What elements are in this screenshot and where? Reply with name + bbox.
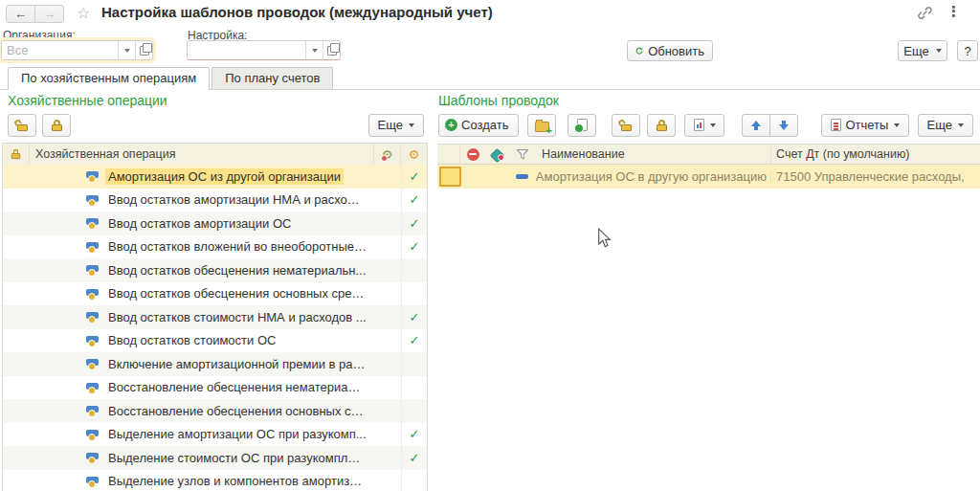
form-more-button[interactable]: Еще	[898, 40, 947, 61]
setting-value[interactable]	[188, 41, 305, 59]
operation-icon	[85, 289, 99, 299]
move-up-button[interactable]	[742, 114, 770, 137]
reports-label: Отчеты	[845, 118, 888, 132]
operation-row[interactable]: Выделение узлов и компонентов амортизаци…	[3, 470, 427, 491]
create-button[interactable]: + Создать	[438, 114, 519, 137]
refresh-button[interactable]: Обновить	[627, 40, 713, 61]
operations-title: Хозяйственные операции	[8, 93, 167, 108]
check-icon: ✓	[401, 165, 427, 189]
inactive-column-header[interactable]	[460, 145, 485, 164]
operation-row[interactable]: Ввод остатков стоимости НМА и расходов .…	[3, 305, 427, 329]
operations-table-header: Хозяйственная операция	[3, 144, 427, 166]
template-row[interactable]: Амортизация ОС в другую организацию 7150…	[437, 165, 980, 189]
lock-button[interactable]	[42, 114, 71, 137]
operation-row[interactable]: Включение амортизационной премии в рас..…	[3, 352, 427, 376]
gear-icon	[409, 148, 420, 161]
gears-settings-icon	[382, 148, 393, 161]
templates-table: Наименование Счет Дт (по умолчанию) Амор…	[437, 144, 980, 491]
setting-choose-button[interactable]	[323, 41, 340, 59]
setting-dropdown-button[interactable]	[305, 41, 323, 59]
unlock-icon	[620, 120, 633, 131]
create-group-button[interactable]	[527, 114, 556, 137]
report-icon	[831, 119, 841, 131]
operation-row[interactable]: Ввод остатков стоимости ОС ✓	[3, 329, 427, 353]
unlock-button[interactable]	[612, 114, 640, 137]
move-down-button[interactable]	[769, 114, 798, 137]
operation-label: Выделение узлов и компонентов амортизаци…	[105, 473, 369, 489]
chevron-down-icon	[894, 123, 900, 127]
templates-title: Шаблоны проводок	[438, 93, 559, 108]
operation-row[interactable]: Выделение амортизации ОС при разукомп...…	[3, 423, 427, 447]
check-icon: ✓	[401, 446, 427, 470]
lock-column-header[interactable]	[3, 144, 30, 165]
chevron-down-icon	[124, 49, 130, 53]
templates-more-button[interactable]: Еще	[918, 114, 973, 137]
tab-by-chart-of-accounts[interactable]: По плану счетов	[212, 67, 333, 89]
operation-row[interactable]: Восстановление обесценения основных ср..…	[3, 399, 427, 423]
lock-button[interactable]	[647, 114, 676, 137]
operation-icon	[85, 383, 99, 392]
check-icon: ✓	[401, 423, 427, 447]
selector-column-header	[437, 145, 460, 164]
lock-icon	[656, 120, 668, 131]
operations-toolbar: Еще	[8, 113, 424, 137]
choose-icon	[140, 46, 149, 56]
setting-combobox[interactable]	[187, 40, 341, 60]
account-column-header[interactable]: Счет Дт (по умолчанию)	[770, 145, 980, 164]
operation-icon	[85, 195, 99, 205]
organization-dropdown-button[interactable]	[118, 41, 135, 59]
arrow-up-icon	[751, 121, 761, 130]
settings-column-header[interactable]	[373, 144, 400, 165]
operation-icon	[85, 312, 99, 322]
lock-icon	[11, 149, 21, 159]
check-icon	[401, 470, 427, 491]
templates-table-header: Наименование Счет Дт (по умолчанию)	[437, 144, 980, 165]
operation-icon	[85, 406, 99, 415]
operation-icon	[85, 171, 99, 181]
operation-row[interactable]: Ввод остатков вложений во внеоборотные .…	[3, 235, 427, 259]
document-chart-icon	[694, 119, 704, 131]
check-icon: ✓	[401, 305, 427, 329]
organization-value[interactable]: Все	[2, 41, 118, 59]
check-icon	[401, 258, 427, 282]
filter-column-header[interactable]	[510, 145, 535, 164]
operation-row[interactable]: Выделение стоимости ОС при разукомплек..…	[3, 446, 427, 470]
operation-row[interactable]: Ввод остатков амортизации ОС ✓	[3, 212, 427, 235]
create-copy-button[interactable]	[568, 114, 596, 137]
operation-column-header[interactable]: Хозяйственная операция	[30, 144, 373, 165]
refresh-icon	[635, 45, 643, 57]
unlock-button[interactable]	[8, 114, 36, 137]
operations-more-button[interactable]: Еще	[368, 114, 424, 137]
operation-row[interactable]: Восстановление обесценения нематериаль..…	[3, 376, 427, 400]
operation-icon	[85, 265, 99, 275]
chevron-down-icon	[409, 123, 414, 127]
organization-combobox[interactable]: Все	[1, 40, 153, 60]
filter-icon	[516, 148, 529, 161]
operation-label: Включение амортизационной премии в рас..…	[105, 356, 369, 372]
operation-row[interactable]: Амортизация ОС из другой организации ✓	[3, 165, 427, 189]
back-button[interactable]: ←	[6, 5, 35, 23]
configured-column-header[interactable]	[400, 144, 427, 165]
organization-choose-button[interactable]	[135, 41, 152, 59]
print-list-button[interactable]	[684, 114, 724, 137]
check-icon	[401, 282, 427, 306]
operation-row[interactable]: Ввод остатков обесценения нематериальн..…	[3, 258, 427, 282]
operation-label: Восстановление обесценения основных ср..…	[105, 403, 369, 419]
operation-row[interactable]: Ввод остатков амортизации НМА и расходо.…	[3, 189, 427, 212]
forward-button[interactable]: →	[34, 5, 64, 23]
tab-by-operations[interactable]: По хозяйственным операциям	[8, 67, 210, 90]
more-label: Еще	[378, 118, 403, 132]
operation-row[interactable]: Ввод остатков обесценения основных средс…	[3, 282, 427, 306]
reports-button[interactable]: Отчеты	[821, 114, 909, 137]
manual-edit-column-header[interactable]	[485, 145, 510, 164]
link-icon[interactable]	[917, 5, 933, 24]
favorites-star-icon[interactable]: ☆	[77, 4, 90, 22]
unlock-icon	[16, 120, 29, 131]
templates-panel: Шаблоны проводок + Создать Отчеты Ещ	[436, 90, 980, 491]
menu-dots-icon[interactable]: ⋮	[947, 3, 961, 20]
name-column-header[interactable]: Наименование	[535, 147, 770, 161]
manual-edit-icon	[492, 149, 503, 160]
help-button[interactable]: ?	[957, 40, 978, 61]
check-icon	[401, 352, 427, 376]
check-icon: ✓	[401, 212, 427, 235]
